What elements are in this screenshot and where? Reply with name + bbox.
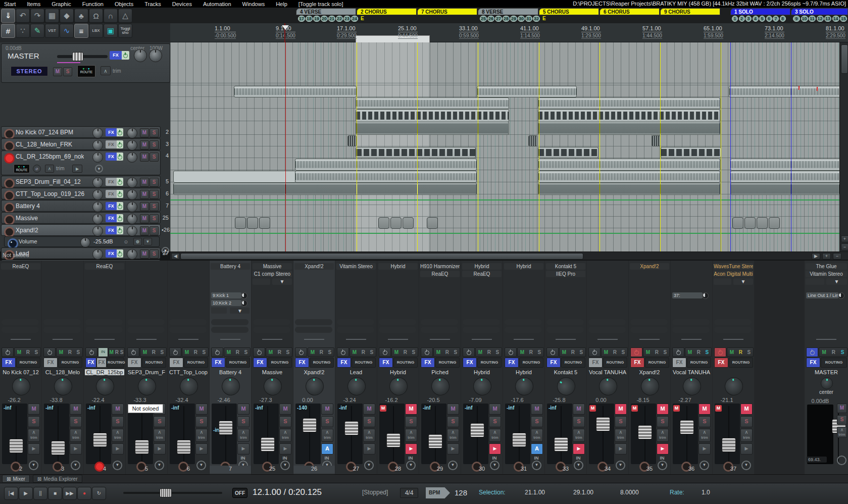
strip-name[interactable]: MASTER	[806, 369, 847, 375]
monitor-button[interactable]: ▶	[72, 165, 82, 173]
media-item[interactable]	[234, 86, 357, 97]
monitor-play-button[interactable]: ▶	[28, 443, 40, 455]
mute-button[interactable]: M	[140, 214, 149, 223]
region-6-chorus[interactable]: 6 CHORUS	[600, 8, 660, 15]
media-item[interactable]	[259, 217, 270, 229]
send-add-slot[interactable]	[211, 308, 227, 314]
phase-button[interactable]: ⌀	[33, 165, 41, 173]
marker-3[interactable]: 3	[745, 16, 752, 22]
fx-slot[interactable]: Hybrid	[462, 263, 502, 270]
strip-mute-button[interactable]: M	[321, 404, 333, 415]
repeat-button[interactable]: ↻	[92, 487, 106, 500]
fx-slot[interactable]: C1 comp Stereo	[253, 271, 292, 277]
strip-trim-button[interactable]: ∧trim	[237, 429, 250, 442]
strip-trim-button[interactable]: ∧trim	[112, 429, 124, 442]
mrs-buttons[interactable]: MRS	[56, 347, 83, 357]
strip-volume-value[interactable]: -33.8	[42, 397, 70, 403]
strip-fx-button[interactable]: FX	[85, 358, 96, 368]
track-name[interactable]: SEP3_Drum_Fill_04_12	[16, 178, 81, 185]
track-name[interactable]: CL_128_Melon_FRK	[16, 141, 72, 148]
marker-23[interactable]: 23	[343, 16, 351, 22]
mixer-strip-4[interactable]: ReaEQINMRSFXFXROUTINGCL_DR_125bp-22.4-in…	[84, 261, 125, 474]
strip-mute-button[interactable]: M	[489, 404, 501, 415]
strip-name[interactable]: Piched	[420, 369, 460, 375]
stop-button[interactable]: ■	[48, 487, 62, 500]
volume-fader[interactable]	[219, 421, 233, 435]
r-mini-button[interactable]: R	[529, 349, 533, 355]
strip-trim-button[interactable]: ∧trim	[657, 429, 669, 442]
menu-item-graphic[interactable]: Graphic	[52, 1, 71, 7]
fx-slot[interactable]: Hybrid	[378, 263, 418, 270]
fx-slot[interactable]: Kontakt 5	[546, 263, 585, 270]
r-mini-button[interactable]: R	[613, 349, 617, 355]
strip-name[interactable]: No Kick 07_12	[1, 369, 40, 375]
media-item[interactable]	[173, 183, 477, 195]
strip-volume-value[interactable]: -20.5	[419, 397, 447, 403]
strip-trim-button[interactable]: ∧trim	[195, 429, 208, 442]
m-mini-button[interactable]: M	[436, 349, 440, 355]
fx-enable-button[interactable]	[117, 178, 123, 186]
fx-slot[interactable]: ReaEQ	[85, 263, 124, 270]
marker-8[interactable]: 8	[780, 16, 786, 22]
master-trim-button[interactable]: ∧trim	[837, 427, 847, 438]
fx-button[interactable]: FX	[106, 140, 117, 148]
m-mini-button[interactable]: M	[646, 349, 650, 355]
mrs-buttons[interactable]: MRS	[266, 347, 292, 357]
menu-item-objects[interactable]: Objects	[115, 1, 133, 7]
peak-readout[interactable]: -inf	[254, 405, 264, 411]
media-item[interactable]	[730, 183, 839, 195]
strip-routing-button[interactable]: ROUTING	[58, 358, 82, 368]
marker-26[interactable]: 26	[487, 16, 494, 22]
volume-fader[interactable]	[680, 420, 694, 434]
strip-power-button[interactable]	[43, 347, 56, 357]
master-route-button[interactable]: ●●●ROUTE	[77, 65, 95, 77]
strip-fx-button[interactable]: FX	[295, 358, 309, 368]
bpm-badge[interactable]: BPM	[426, 487, 450, 498]
strip-mute-button[interactable]: M	[447, 404, 459, 415]
media-item[interactable]	[538, 109, 720, 122]
marker-11[interactable]: 11	[809, 16, 816, 22]
solo-button[interactable]: S	[149, 128, 159, 137]
volume-fader[interactable]	[638, 425, 652, 439]
strip-routing-button[interactable]: ROUTING	[142, 358, 166, 368]
recvol-knob[interactable]	[92, 249, 103, 260]
s-mini-button[interactable]: S	[622, 349, 625, 355]
m-mini-button[interactable]: M	[185, 349, 189, 355]
menu-item-help[interactable]: Help	[276, 1, 287, 7]
mixer-strip-36[interactable]: 37:MRSFXROUTINGVocal TANUHA-2.27MMS∧trim…	[671, 261, 712, 474]
media-item[interactable]	[744, 217, 756, 229]
menu-item-windows[interactable]: Windows	[242, 1, 265, 7]
volume-fader[interactable]	[554, 437, 568, 451]
media-item[interactable]	[730, 159, 839, 171]
strip-pan-knob[interactable]	[305, 376, 325, 397]
marker-30[interactable]: 30	[518, 16, 525, 22]
strip-fx-button[interactable]: FX	[127, 358, 141, 368]
bpm-value[interactable]: 128	[455, 488, 467, 497]
s-mini-button[interactable]: S	[538, 349, 541, 355]
strip-solo-button[interactable]: S	[615, 416, 627, 427]
recvol-knob[interactable]	[92, 189, 103, 200]
recvol-knob[interactable]	[92, 226, 103, 236]
solo-button[interactable]: S	[149, 178, 159, 187]
automation-button[interactable]: A	[531, 443, 543, 455]
region-5-chorus[interactable]: 5 CHORUS	[539, 8, 599, 15]
pan-knob[interactable]	[127, 152, 137, 163]
strip-routing-button[interactable]: ROUTING	[268, 358, 292, 368]
media-item[interactable]	[538, 183, 720, 195]
region-1-solo[interactable]: 1 SOLO	[730, 8, 790, 15]
strip-fx-button[interactable]: FX	[43, 358, 58, 368]
pan-knob[interactable]	[127, 226, 137, 236]
strip-fx-button[interactable]: FX	[253, 358, 267, 368]
fx-add-slot[interactable]	[806, 278, 824, 285]
strip-solo-button[interactable]: S	[70, 416, 82, 427]
strip-volume-value[interactable]: -2.27	[671, 397, 699, 403]
mrs-buttons[interactable]: MRS	[224, 347, 251, 357]
marker-21[interactable]: 21	[328, 16, 335, 22]
master-width-knob[interactable]	[149, 49, 162, 62]
scroll-left-button[interactable]: ◀	[171, 253, 180, 260]
mixer-strip-27[interactable]: Vitamin StereoMRSFXROUTINGLead-3.24-infM…	[335, 261, 377, 474]
track-panel-5[interactable]: SEP3_Drum_Fill_04_12FXMS	[1, 176, 161, 187]
track-name[interactable]: CTT_Top_Loop_019_126	[16, 190, 84, 197]
mute-button[interactable]: M	[140, 226, 149, 235]
fx-add-slot[interactable]	[253, 278, 270, 285]
